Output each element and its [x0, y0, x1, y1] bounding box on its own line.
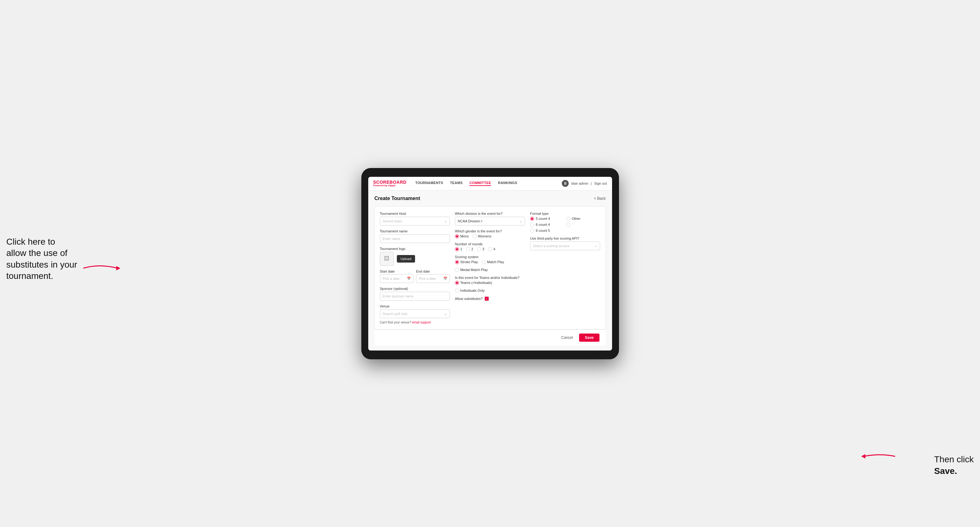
gender-womens-label: Womens: [478, 234, 492, 238]
tournament-logo-field: Tournament logo 🖼 Upload: [380, 247, 450, 266]
page-content: Create Tournament Back Tournament Host S…: [368, 190, 612, 351]
teams-radio[interactable]: [455, 281, 459, 285]
sponsor-input[interactable]: Enter sponsor name: [380, 292, 450, 300]
format-5count4-radio[interactable]: [530, 217, 534, 221]
scoring-stroke-radio[interactable]: [455, 260, 459, 264]
start-date-label: Start date: [380, 270, 414, 273]
svg-marker-0: [116, 266, 120, 270]
scoring-system-field: Scoring system Stroke Play Match Play: [455, 255, 525, 272]
tournament-name-input[interactable]: Enter name: [380, 234, 450, 243]
nav-rankings[interactable]: RANKINGS: [498, 181, 517, 186]
annotation-right: Then click Save.: [934, 454, 974, 477]
format-6count5[interactable]: 6 count 5: [530, 229, 564, 233]
logo-upload-area: 🖼 Upload: [380, 252, 450, 266]
sign-out-link[interactable]: Sign out: [594, 181, 607, 185]
scoring-match-radio[interactable]: [482, 260, 486, 264]
calendar-icon-2: 📅: [443, 277, 447, 280]
cancel-button[interactable]: Cancel: [558, 333, 576, 342]
venue-input[interactable]: Search golf club: [380, 310, 450, 318]
allow-subs-row: Allow substitutes? ✓: [455, 297, 525, 301]
scoring-medal-match[interactable]: Medal Match Play: [455, 268, 488, 272]
tablet-frame: SCOREBOARD Powered by clippd TOURNAMENTS…: [361, 168, 619, 359]
rounds-field: Number of rounds 1 2: [455, 242, 525, 251]
rounds-4-label: 4: [493, 247, 495, 251]
nav-teams[interactable]: TEAMS: [450, 181, 463, 186]
venue-label: Venue: [380, 304, 450, 308]
scoring-system-label: Scoring system: [455, 255, 525, 259]
scoring-medal-label: Medal Match Play: [460, 268, 488, 271]
nav-committee[interactable]: COMMITTEE: [469, 181, 491, 186]
rounds-2-label: 2: [471, 247, 473, 251]
tournament-host-field: Tournament Host Search team: [380, 212, 450, 225]
scoring-api-select[interactable]: Select a scoring service: [530, 241, 600, 250]
rounds-3-radio[interactable]: [477, 247, 481, 251]
scoring-api-label: Use third-party live scoring API?: [530, 237, 600, 240]
nav-right: B blair admin | Sign out: [562, 180, 607, 187]
save-button[interactable]: Save: [579, 333, 599, 342]
format-options: 5 count 4 Other 6 count 4: [530, 217, 600, 233]
tournament-host-label: Tournament Host: [380, 212, 450, 216]
tournament-host-input[interactable]: Search team: [380, 217, 450, 225]
scoring-match-label: Match Play: [487, 260, 504, 264]
calendar-icon: 📅: [407, 277, 410, 280]
end-date-input[interactable]: Pick a date 📅: [416, 274, 450, 283]
rounds-3[interactable]: 3: [477, 247, 484, 251]
teams-label-text: Teams (+Individuals): [460, 281, 492, 284]
rounds-2-radio[interactable]: [466, 247, 470, 251]
format-5count4[interactable]: 5 count 4: [530, 217, 564, 221]
nav-tournaments[interactable]: TOURNAMENTS: [415, 181, 443, 186]
allow-subs-label: Allow substitutes?: [455, 297, 483, 300]
back-link[interactable]: Back: [594, 196, 606, 201]
format-6count5-radio[interactable]: [530, 229, 534, 233]
nav-items: TOURNAMENTS TEAMS COMMITTEE RANKINGS: [415, 181, 562, 186]
email-support-link[interactable]: email support: [412, 321, 431, 324]
scoring-match[interactable]: Match Play: [482, 260, 504, 264]
format-other-radio[interactable]: [566, 217, 570, 221]
tournament-host-placeholder: Search team: [383, 219, 402, 223]
gender-mens[interactable]: Mens: [455, 234, 469, 238]
gender-mens-label: Mens: [460, 234, 469, 238]
teams-label: Is this event for Teams and/or Individua…: [455, 276, 525, 279]
scoring-stroke[interactable]: Stroke Play: [455, 260, 478, 264]
upload-button[interactable]: Upload: [397, 255, 415, 263]
format-other[interactable]: Other: [566, 217, 600, 221]
tablet-screen: SCOREBOARD Powered by clippd TOURNAMENTS…: [368, 177, 612, 351]
teams-plus-individuals[interactable]: Teams (+Individuals): [455, 281, 492, 285]
format-6count4-radio[interactable]: [530, 223, 534, 227]
division-value: NCAA Division I: [458, 219, 482, 223]
gender-mens-radio[interactable]: [455, 234, 459, 238]
rounds-4-radio[interactable]: [488, 247, 492, 251]
page-title: Create Tournament: [374, 196, 420, 201]
division-field: Which division is the event for? NCAA Di…: [455, 212, 525, 225]
individuals-radio[interactable]: [455, 289, 459, 293]
rounds-1[interactable]: 1: [455, 247, 462, 251]
format-6count5-label: 6 count 5: [536, 229, 550, 232]
rounds-label: Number of rounds: [455, 242, 525, 246]
form-col-1: Tournament Host Search team Tournament n…: [380, 212, 450, 324]
annotation-left: Click here to allow the use of substitut…: [6, 236, 77, 282]
nav-logo: SCOREBOARD Powered by clippd: [373, 180, 407, 187]
end-date-placeholder: Pick a date: [419, 277, 436, 281]
end-date-label: End date: [416, 270, 450, 273]
navbar: SCOREBOARD Powered by clippd TOURNAMENTS…: [368, 177, 612, 190]
division-select[interactable]: NCAA Division I: [455, 217, 525, 225]
rounds-4[interactable]: 4: [488, 247, 495, 251]
rounds-2[interactable]: 2: [466, 247, 473, 251]
start-date-input[interactable]: Pick a date 📅: [380, 274, 414, 283]
teams-radio-group: Teams (+Individuals) Individuals Only: [455, 281, 525, 293]
svg-marker-1: [861, 454, 865, 459]
individuals-only[interactable]: Individuals Only: [455, 289, 485, 293]
format-6count4[interactable]: 6 count 4: [530, 223, 564, 227]
start-date-placeholder: Pick a date: [383, 277, 400, 281]
gender-womens[interactable]: Womens: [473, 234, 492, 238]
gender-womens-radio[interactable]: [473, 234, 477, 238]
allow-subs-checkbox[interactable]: ✓: [485, 297, 489, 301]
venue-placeholder: Search golf club: [383, 312, 407, 316]
format-empty1-radio: [566, 223, 570, 227]
sponsor-field: Sponsor (optional) Enter sponsor name: [380, 287, 450, 300]
rounds-3-label: 3: [482, 247, 484, 251]
gender-radio-group: Mens Womens: [455, 234, 525, 238]
end-date-field: End date Pick a date 📅: [416, 270, 450, 283]
rounds-1-radio[interactable]: [455, 247, 459, 251]
scoring-medal-radio[interactable]: [455, 268, 459, 272]
